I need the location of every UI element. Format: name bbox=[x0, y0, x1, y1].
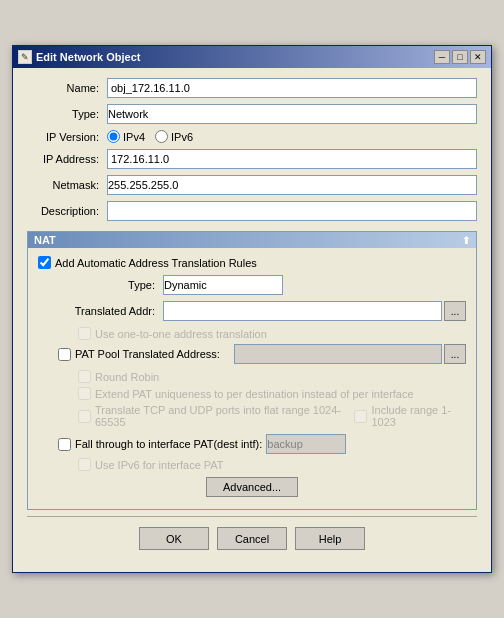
ipv4-radio[interactable] bbox=[107, 130, 120, 143]
pat-pool-browse-button[interactable]: ... bbox=[444, 344, 466, 364]
title-bar: ✎ Edit Network Object ─ □ ✕ bbox=[13, 46, 491, 68]
pat-pool-row: PAT Pool Translated Address: ... bbox=[38, 344, 466, 364]
netmask-row: Netmask: 255.255.255.0 255.255.0.0 255.0… bbox=[27, 175, 477, 195]
ip-address-input[interactable] bbox=[107, 149, 477, 169]
bottom-buttons: OK Cancel Help bbox=[27, 516, 477, 562]
round-robin-row: Round Robin bbox=[38, 370, 466, 383]
type-label: Type: bbox=[27, 108, 107, 120]
ip-address-row: IP Address: bbox=[27, 149, 477, 169]
cancel-button[interactable]: Cancel bbox=[217, 527, 287, 550]
ipv6-radio-label[interactable]: IPv6 bbox=[155, 130, 193, 143]
translated-addr-input[interactable] bbox=[163, 301, 442, 321]
flat-range-label: Translate TCP and UDP ports into flat ra… bbox=[95, 404, 346, 428]
pat-pool-input bbox=[234, 344, 442, 364]
description-input[interactable] bbox=[107, 201, 477, 221]
extend-pat-label: Extend PAT uniqueness to per destination… bbox=[95, 388, 414, 400]
fallthrough-label: Fall through to interface PAT(dest intf)… bbox=[75, 438, 262, 450]
name-label: Name: bbox=[27, 82, 107, 94]
ipv6-pat-label: Use IPv6 for interface PAT bbox=[95, 459, 224, 471]
auto-nat-row: Add Automatic Address Translation Rules bbox=[38, 256, 466, 269]
ipv6-label: IPv6 bbox=[171, 131, 193, 143]
one-to-one-row: Use one-to-one address translation bbox=[38, 327, 466, 340]
extend-pat-checkbox bbox=[78, 387, 91, 400]
round-robin-label: Round Robin bbox=[95, 371, 159, 383]
flat-range-checkbox bbox=[78, 410, 91, 423]
round-robin-checkbox bbox=[78, 370, 91, 383]
minimize-button[interactable]: ─ bbox=[434, 50, 450, 64]
fallthrough-checkbox[interactable] bbox=[58, 438, 71, 451]
include-range-label: Include range 1-1023 bbox=[371, 404, 466, 428]
form-content: Name: Type: Network Host Range IP Versio… bbox=[13, 68, 491, 572]
flat-range-row: Translate TCP and UDP ports into flat ra… bbox=[38, 404, 466, 428]
fallthrough-row: Fall through to interface PAT(dest intf)… bbox=[38, 434, 466, 454]
pat-pool-checkbox[interactable] bbox=[58, 348, 71, 361]
ipv4-label: IPv4 bbox=[123, 131, 145, 143]
auto-nat-label: Add Automatic Address Translation Rules bbox=[55, 257, 257, 269]
fallthrough-select[interactable]: backup outside inside bbox=[266, 434, 346, 454]
name-row: Name: bbox=[27, 78, 477, 98]
ip-version-row: IP Version: IPv4 IPv6 bbox=[27, 130, 477, 143]
one-to-one-checkbox bbox=[78, 327, 91, 340]
main-window: ✎ Edit Network Object ─ □ ✕ Name: Type: … bbox=[12, 45, 492, 573]
nat-collapse-button[interactable]: ⬆ bbox=[462, 235, 470, 246]
ipv6-pat-checkbox bbox=[78, 458, 91, 471]
include-range-checkbox bbox=[354, 410, 367, 423]
nat-content: Add Automatic Address Translation Rules … bbox=[28, 248, 476, 509]
nat-header: NAT ⬆ bbox=[28, 232, 476, 248]
type-select[interactable]: Network Host Range bbox=[107, 104, 477, 124]
ipv4-radio-label[interactable]: IPv4 bbox=[107, 130, 145, 143]
nat-type-row: Type: Dynamic Static bbox=[38, 275, 466, 295]
nat-section: NAT ⬆ Add Automatic Address Translation … bbox=[27, 231, 477, 510]
extend-pat-row: Extend PAT uniqueness to per destination… bbox=[38, 387, 466, 400]
netmask-select[interactable]: 255.255.255.0 255.255.0.0 255.0.0.0 bbox=[107, 175, 477, 195]
window-icon: ✎ bbox=[18, 50, 32, 64]
description-label: Description: bbox=[27, 205, 107, 217]
translated-addr-browse-button[interactable]: ... bbox=[444, 301, 466, 321]
nat-type-label: Type: bbox=[58, 279, 163, 291]
ok-button[interactable]: OK bbox=[139, 527, 209, 550]
ipv6-pat-row: Use IPv6 for interface PAT bbox=[38, 458, 466, 471]
window-title: Edit Network Object bbox=[36, 51, 141, 63]
one-to-one-label: Use one-to-one address translation bbox=[95, 328, 267, 340]
netmask-label: Netmask: bbox=[27, 179, 107, 191]
ipv6-radio[interactable] bbox=[155, 130, 168, 143]
maximize-button[interactable]: □ bbox=[452, 50, 468, 64]
ip-version-group: IPv4 IPv6 bbox=[107, 130, 193, 143]
translated-addr-row: Translated Addr: ... bbox=[38, 301, 466, 321]
description-row: Description: bbox=[27, 201, 477, 221]
name-input[interactable] bbox=[107, 78, 477, 98]
nat-title: NAT bbox=[34, 234, 56, 246]
close-button[interactable]: ✕ bbox=[470, 50, 486, 64]
advanced-button[interactable]: Advanced... bbox=[206, 477, 298, 497]
help-button[interactable]: Help bbox=[295, 527, 365, 550]
translated-addr-label: Translated Addr: bbox=[58, 305, 163, 317]
pat-pool-label: PAT Pool Translated Address: bbox=[75, 348, 230, 360]
type-row: Type: Network Host Range bbox=[27, 104, 477, 124]
nat-type-select[interactable]: Dynamic Static bbox=[163, 275, 283, 295]
ip-version-label: IP Version: bbox=[27, 131, 107, 143]
auto-nat-checkbox[interactable] bbox=[38, 256, 51, 269]
ip-address-label: IP Address: bbox=[27, 153, 107, 165]
